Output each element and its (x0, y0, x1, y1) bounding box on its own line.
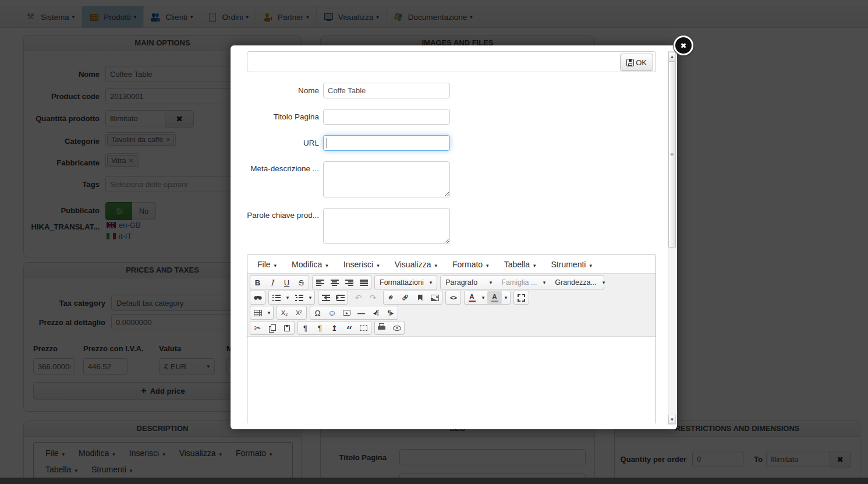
paragraph-rtl-icon[interactable] (383, 306, 398, 319)
scrollbar-thumb[interactable] (668, 61, 676, 248)
modal-meta-label: Meta-descrizione ... (231, 164, 319, 173)
toolbar-row-2 (250, 291, 653, 305)
paragraph-ltr-icon[interactable] (369, 306, 383, 319)
save-floppy-icon (626, 59, 634, 66)
copy-icon[interactable] (265, 322, 279, 334)
upload-icon[interactable] (327, 322, 342, 334)
background-color-caret-icon[interactable] (502, 291, 510, 304)
anchor-bookmark-icon[interactable] (413, 291, 427, 304)
fullscreen-icon[interactable] (514, 291, 529, 304)
subscript-icon[interactable] (277, 306, 292, 319)
ok-label: OK (636, 58, 647, 67)
scroll-down-arrow[interactable]: ▼ (668, 415, 676, 424)
modal-keywords-label: Parole chiave prod... (231, 211, 319, 220)
toolbar-row-3 (250, 306, 653, 320)
editor-menubar: File Modifica Inserisci Visualizza Forma… (247, 255, 656, 274)
modal-keywords-textarea[interactable] (323, 208, 450, 244)
text-color-caret-icon[interactable] (479, 291, 487, 304)
media-icon[interactable] (339, 306, 354, 319)
menu-formato[interactable]: Formato (445, 260, 497, 269)
dropdown-label: Paragrafo (445, 278, 477, 287)
paragraph-dropdown[interactable]: Paragrafo (441, 275, 497, 289)
blockquote-icon[interactable] (342, 322, 356, 334)
scroll-up-arrow[interactable]: ▲ (668, 52, 676, 61)
bold-icon[interactable] (250, 276, 265, 289)
modal-toolbar: OK (247, 51, 656, 72)
strikethrough-icon[interactable] (294, 276, 309, 289)
cut-icon[interactable] (250, 322, 265, 334)
image-icon[interactable] (427, 291, 442, 304)
paste-icon[interactable] (279, 322, 294, 334)
modal-url-input[interactable] (323, 135, 450, 151)
screen: Sistema ▾ Prodotti ▾ Clienti ▾ Ordini ▾ … (0, 0, 868, 484)
unlink-icon[interactable] (398, 291, 413, 304)
toolbar-row-4 (250, 321, 653, 335)
modal-scrollbar[interactable]: ▲ ▼ (668, 51, 676, 425)
link-icon[interactable] (384, 291, 398, 304)
table-caret-icon[interactable] (265, 306, 273, 319)
modal-close-button[interactable] (674, 36, 693, 55)
bottom-bar (0, 478, 868, 484)
special-character-icon[interactable] (310, 306, 325, 319)
align-center-icon[interactable] (327, 276, 342, 289)
preview-eye-icon[interactable] (389, 322, 404, 334)
table-icon[interactable] (250, 306, 265, 319)
bullet-list-caret-icon[interactable] (284, 291, 292, 304)
undo-icon[interactable] (351, 291, 366, 304)
background-color-icon[interactable] (487, 291, 502, 304)
menu-visualizza[interactable]: Visualizza (387, 260, 445, 269)
modal-titolo-input[interactable] (323, 109, 450, 125)
superscript-icon[interactable] (292, 306, 306, 319)
visual-chars-icon[interactable] (298, 322, 313, 334)
numbered-list-caret-icon[interactable] (306, 291, 314, 304)
modal-nome-label: Nome (231, 86, 319, 95)
toolbar-row-1: Formattazioni Paragrafo Famiglia ... Gra… (250, 275, 653, 289)
print-icon[interactable] (375, 322, 389, 334)
numbered-list-icon[interactable] (292, 291, 306, 304)
dropdown-label: Grandezza... (555, 278, 597, 287)
font-family-dropdown[interactable]: Famiglia ... (497, 275, 550, 289)
modal-url-label: URL (231, 139, 319, 147)
menu-modifica[interactable]: Modifica (284, 260, 336, 269)
menu-strumenti[interactable]: Strumenti (544, 260, 600, 269)
horizontal-rule-icon[interactable] (354, 306, 369, 319)
editor-content-area[interactable] (247, 337, 656, 424)
italic-icon[interactable] (265, 276, 279, 289)
visual-blocks-icon[interactable] (356, 322, 371, 334)
indent-icon[interactable] (333, 291, 348, 304)
text-cursor (327, 138, 327, 148)
modal-nome-input[interactable] (323, 83, 450, 98)
outdent-icon[interactable] (318, 291, 333, 304)
emoticon-icon[interactable] (325, 306, 339, 319)
align-left-icon[interactable] (313, 276, 327, 289)
editor-toolbars: Formattazioni Paragrafo Famiglia ... Gra… (247, 274, 656, 337)
redo-icon[interactable] (366, 291, 380, 304)
dropdown-label: Formattazioni (380, 278, 424, 287)
formats-dropdown[interactable]: Formattazioni (374, 275, 437, 289)
modal-titolo-label: Titolo Pagina (231, 112, 319, 121)
source-code-icon[interactable] (446, 291, 460, 304)
dropdown-label: Famiglia ... (501, 278, 537, 287)
underline-icon[interactable] (279, 276, 294, 289)
search-replace-icon[interactable] (250, 291, 265, 304)
ok-button[interactable]: OK (620, 54, 653, 71)
modal-richtext-editor: File Modifica Inserisci Visualizza Forma… (247, 255, 656, 424)
align-right-icon[interactable] (342, 276, 356, 289)
show-blocks-icon[interactable] (313, 322, 327, 334)
menu-inserisci[interactable]: Inserisci (336, 260, 387, 269)
menu-file[interactable]: File (250, 260, 284, 269)
text-color-icon[interactable] (465, 291, 479, 304)
translation-edit-modal: OK Nome Titolo Pagina URL Meta-descrizio… (231, 45, 677, 429)
modal-meta-textarea[interactable] (323, 161, 450, 197)
align-justify-icon[interactable] (356, 276, 371, 289)
menu-tabella[interactable]: Tabella (497, 260, 544, 269)
font-size-dropdown[interactable]: Grandezza... (550, 275, 604, 289)
bullet-list-icon[interactable] (269, 291, 284, 304)
